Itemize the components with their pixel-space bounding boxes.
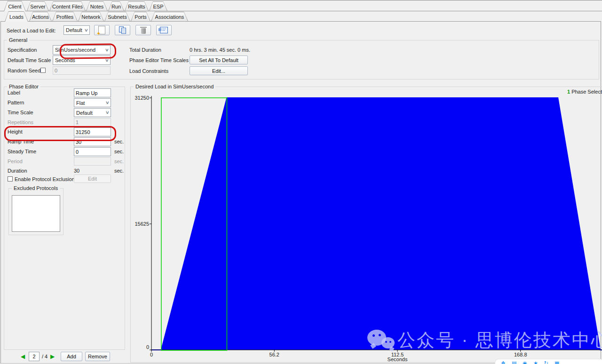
excluded-protocols-list[interactable] bbox=[12, 195, 60, 232]
chevron-down-icon: ∨ bbox=[105, 111, 110, 115]
pattern-select[interactable]: Flat ∨ bbox=[74, 98, 111, 107]
tab-results-label: Results bbox=[125, 2, 148, 11]
tab-content-files-label: Content Files bbox=[50, 2, 85, 11]
specification-value: SimUsers/second bbox=[55, 47, 95, 53]
phase-selected-status: 1Phase Selected bbox=[567, 89, 602, 95]
time-scale-select[interactable]: Default ∨ bbox=[74, 108, 111, 117]
height-input[interactable] bbox=[74, 127, 111, 136]
tab-notes[interactable]: Notes bbox=[86, 1, 108, 11]
period-input bbox=[74, 157, 111, 166]
total-duration-label: Total Duration bbox=[129, 47, 161, 53]
repetitions-label: Repetitions bbox=[8, 119, 33, 126]
steady-time-input[interactable] bbox=[74, 147, 111, 156]
chevron-down-icon: ∨ bbox=[105, 58, 109, 63]
new-load-button[interactable]: ✦ bbox=[94, 25, 110, 35]
steady-time-unit: sec. bbox=[114, 149, 124, 155]
tab-run-label: Run bbox=[109, 2, 124, 11]
tab-loads-label: Loads bbox=[5, 12, 28, 22]
phase-editor-time-scales-label: Phase Editor Time Scales bbox=[129, 57, 189, 63]
share-icon[interactable]: ◉ bbox=[523, 361, 527, 364]
time-scale-value: Default bbox=[76, 110, 93, 116]
remove-phase-button[interactable]: Remove bbox=[85, 352, 110, 361]
tab-ports-label: Ports bbox=[131, 12, 150, 21]
tab-associations-label: Associations bbox=[151, 12, 188, 21]
y-tick-label: 31250 bbox=[135, 95, 149, 101]
tab-profiles[interactable]: Profiles bbox=[52, 12, 78, 21]
tab-server[interactable]: Server bbox=[27, 1, 49, 11]
share-toolbar[interactable]: ❖ ▤ ◉ ★ ↻ ▦ bbox=[495, 359, 602, 364]
tab-network-label: Network bbox=[79, 12, 103, 21]
enable-protocol-exclusion-checkbox[interactable] bbox=[8, 176, 13, 182]
phase-editor-group-title: Phase Editor bbox=[7, 84, 40, 89]
x-tick-label: 168.8 bbox=[514, 352, 527, 357]
pattern-label: Pattern bbox=[8, 100, 24, 106]
share-icon[interactable]: ❖ bbox=[501, 361, 506, 364]
duration-label: Duration bbox=[8, 168, 27, 174]
load-constraints-edit-button[interactable]: Edit... bbox=[190, 66, 248, 75]
tab-actions-label: Actions bbox=[30, 12, 51, 21]
phase-label-label: Label bbox=[8, 90, 20, 96]
chevron-down-icon: ∨ bbox=[84, 28, 88, 32]
specification-label: Specification bbox=[8, 47, 37, 53]
phase-label-input[interactable] bbox=[74, 88, 111, 97]
copy-icon bbox=[119, 26, 127, 34]
tab-profiles-label: Profiles bbox=[53, 12, 77, 21]
duration-value: 30 bbox=[74, 168, 79, 174]
tab-network[interactable]: Network bbox=[78, 12, 104, 21]
tab-esp[interactable]: ESP bbox=[149, 1, 167, 11]
new-document-icon: ✦ bbox=[98, 26, 105, 34]
chevron-down-icon: ∨ bbox=[105, 101, 110, 105]
tab-run[interactable]: Run bbox=[108, 1, 124, 11]
share-icon[interactable]: ↻ bbox=[544, 361, 548, 364]
tab-content-files[interactable]: Content Files bbox=[49, 1, 86, 11]
phase-page-input[interactable] bbox=[29, 352, 40, 361]
random-seed-checkbox[interactable] bbox=[40, 68, 46, 73]
rename-icon bbox=[160, 27, 168, 33]
ramp-time-unit: sec. bbox=[114, 139, 124, 145]
set-all-to-default-button[interactable]: Set All To Default bbox=[190, 55, 248, 64]
tab-results[interactable]: Results bbox=[125, 1, 149, 11]
avalanche-window: Client Server Content Files Notes Run Re… bbox=[0, 0, 602, 364]
tab-esp-label: ESP bbox=[150, 2, 167, 11]
ramp-time-label: Ramp Time bbox=[8, 139, 34, 145]
x-tick-label: 56.2 bbox=[269, 352, 279, 357]
general-group-title: General bbox=[7, 37, 29, 43]
tab-actions[interactable]: Actions bbox=[29, 12, 52, 21]
repetitions-input bbox=[74, 118, 111, 127]
random-seed-input bbox=[53, 66, 111, 75]
share-icon[interactable]: ★ bbox=[533, 361, 538, 364]
period-label: Period bbox=[8, 158, 23, 165]
tab-subnets[interactable]: Subnets bbox=[104, 12, 130, 21]
share-icon[interactable]: ▤ bbox=[512, 361, 516, 364]
duration-unit: sec. bbox=[114, 168, 124, 174]
tab-client[interactable]: Client bbox=[4, 1, 26, 11]
y-tick-label: 15625 bbox=[135, 221, 149, 227]
load-select-value: Default bbox=[66, 27, 82, 33]
share-icon[interactable]: ▦ bbox=[554, 361, 559, 364]
pattern-value: Flat bbox=[76, 100, 85, 106]
load-chart[interactable]: 056.2112.5168.801562531250Seconds bbox=[130, 87, 602, 364]
copy-load-button[interactable] bbox=[115, 25, 130, 35]
ramp-time-input[interactable] bbox=[74, 137, 111, 146]
tab-associations[interactable]: Associations bbox=[151, 12, 188, 21]
delete-load-button[interactable] bbox=[135, 25, 151, 35]
next-phase-button[interactable]: ▶ bbox=[50, 353, 55, 360]
random-seed-label: Random Seed bbox=[8, 68, 40, 74]
prev-phase-button[interactable]: ◀ bbox=[21, 353, 25, 360]
default-time-scale-label: Default Time Scale bbox=[8, 57, 51, 63]
add-phase-button[interactable]: Add bbox=[61, 352, 82, 361]
rename-load-button[interactable] bbox=[156, 25, 172, 35]
excluded-protocols-title: Excluded Protocols bbox=[12, 185, 60, 191]
default-time-scale-select[interactable]: Seconds ∨ bbox=[53, 55, 111, 65]
chevron-down-icon: ∨ bbox=[105, 48, 109, 52]
x-axis-title: Seconds bbox=[388, 356, 408, 362]
y-tick-label: 0 bbox=[146, 344, 149, 350]
specification-select[interactable]: SimUsers/second ∨ bbox=[53, 45, 111, 55]
total-duration-value: 0 hrs. 3 min. 45 sec. 0 ms. bbox=[190, 47, 250, 53]
select-load-label: Select a Load to Edit: bbox=[7, 28, 56, 34]
tab-ports[interactable]: Ports bbox=[131, 12, 150, 21]
load-constraints-label: Load Constraints bbox=[129, 68, 168, 74]
star-icon: ✦ bbox=[96, 31, 101, 36]
tab-loads[interactable]: Loads bbox=[5, 11, 28, 22]
load-select[interactable]: Default ∨ bbox=[63, 25, 90, 35]
